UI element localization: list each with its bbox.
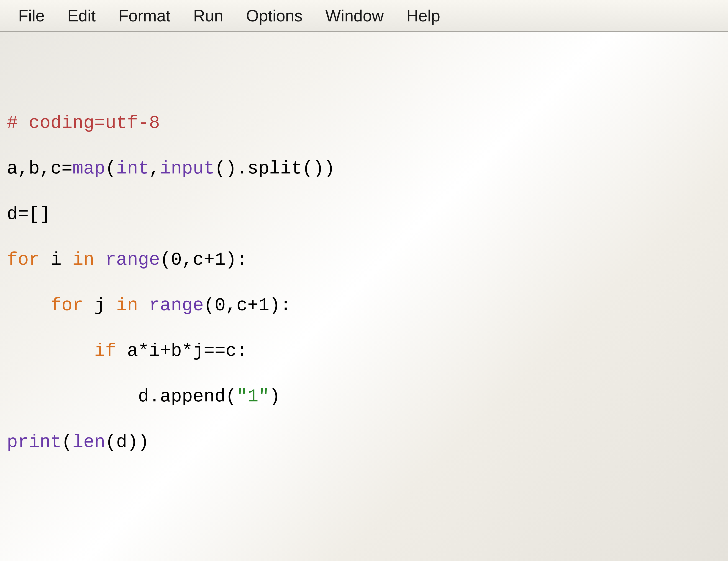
space-token [62, 249, 72, 270]
a-token: a [127, 341, 138, 361]
for-token: for [51, 295, 83, 316]
paren-token: ( [105, 158, 116, 179]
plus-token: + [247, 295, 258, 316]
c-token: c [193, 249, 204, 270]
range-token: range [149, 295, 204, 316]
paren-token: ( [160, 249, 171, 270]
space-token [116, 341, 127, 361]
code-editor[interactable]: # coding=utf-8 a,b,c=map(int,input().spl… [0, 32, 728, 476]
comment-token: # coding=utf-8 [7, 113, 160, 133]
c-token: c [236, 295, 247, 316]
code-line-7: d.append("1") [7, 385, 728, 408]
range-token: range [105, 249, 160, 270]
star-token: * [138, 341, 149, 361]
i-token: i [149, 341, 160, 361]
if-token: if [94, 341, 116, 361]
star-token: * [182, 341, 193, 361]
paren-token: ): [269, 295, 291, 316]
eqeq-token: == [204, 341, 226, 361]
code-line-1: # coding=utf-8 [7, 112, 728, 134]
paren-token: )) [127, 432, 149, 453]
dot-token: . [149, 386, 160, 407]
space-token [94, 249, 105, 270]
num-token: 0 [215, 295, 226, 316]
paren-token: ( [226, 386, 236, 407]
code-line-3: d=[] [7, 203, 728, 226]
comma-token: , [182, 249, 193, 270]
brackets-token: [] [29, 204, 51, 224]
space-token [105, 295, 116, 316]
paren-token: ( [204, 295, 215, 316]
comma-token: , [226, 295, 236, 316]
code-line-8: print(len(d)) [7, 431, 728, 454]
plus-token: + [204, 249, 215, 270]
num-token: 1 [215, 249, 226, 270]
menu-window[interactable]: Window [314, 2, 395, 30]
paren-token: (). [215, 158, 247, 179]
d-token: d [138, 386, 149, 407]
space-token [40, 249, 51, 270]
print-token: print [7, 432, 62, 453]
split-token: split [247, 158, 302, 179]
eq-token: = [62, 158, 72, 179]
in-token: in [116, 295, 138, 316]
c-token: c [226, 341, 236, 361]
num-token: 0 [171, 249, 182, 270]
in-token: in [72, 249, 94, 270]
paren-token: ): [226, 249, 247, 270]
paren-token: ()) [302, 158, 335, 179]
menu-help[interactable]: Help [395, 2, 451, 30]
i-token: i [51, 249, 62, 270]
len-token: len [72, 432, 105, 453]
menu-edit[interactable]: Edit [56, 2, 107, 30]
input-token: input [160, 158, 215, 179]
menu-run[interactable]: Run [182, 2, 235, 30]
plus-token: + [160, 341, 171, 361]
d-token: d [7, 204, 18, 224]
paren-token: ( [62, 432, 72, 453]
names-token: a,b,c [7, 158, 62, 179]
code-line-4: for i in range(0,c+1): [7, 248, 728, 271]
space-token [83, 295, 94, 316]
paren-token: ( [105, 432, 116, 453]
for-token: for [7, 249, 40, 270]
menu-file[interactable]: File [7, 2, 56, 30]
append-token: append [160, 386, 226, 407]
menu-format[interactable]: Format [107, 2, 182, 30]
b-token: b [171, 341, 182, 361]
comma-token: , [149, 158, 160, 179]
code-line-2: a,b,c=map(int,input().split()) [7, 157, 728, 180]
menubar: File Edit Format Run Options Window Help [0, 0, 728, 32]
code-line-5: for j in range(0,c+1): [7, 294, 728, 317]
string-token: "1" [236, 386, 269, 407]
menu-options[interactable]: Options [235, 2, 314, 30]
j-token: j [193, 341, 204, 361]
int-token: int [116, 158, 149, 179]
num-token: 1 [258, 295, 269, 316]
map-token: map [72, 158, 105, 179]
code-line-6: if a*i+b*j==c: [7, 340, 728, 363]
j-token: j [94, 295, 105, 316]
colon-token: : [236, 341, 247, 361]
paren-token: ) [269, 386, 280, 407]
space-token [138, 295, 149, 316]
eq-token: = [18, 204, 29, 224]
d-token: d [116, 432, 127, 453]
